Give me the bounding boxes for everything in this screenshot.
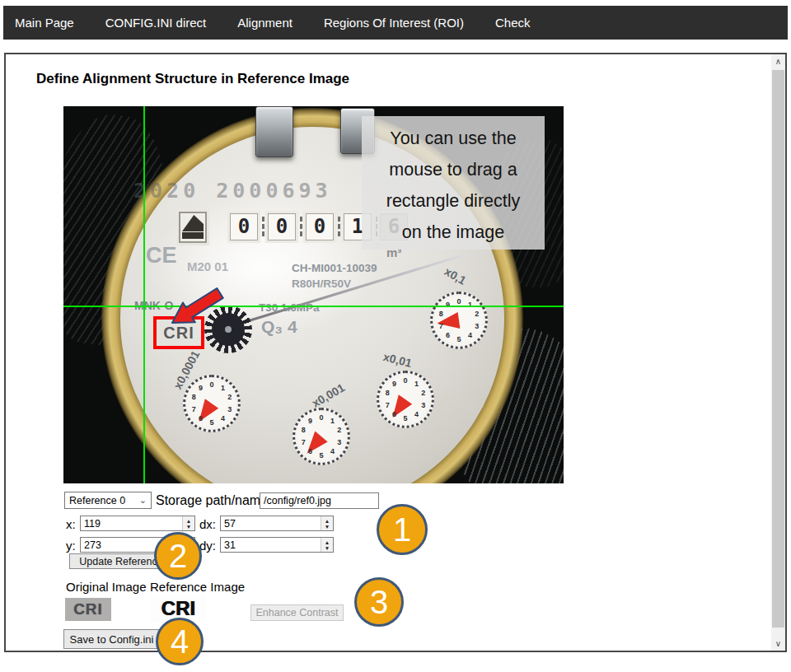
dial-digit: 2 (337, 426, 341, 434)
dx-input[interactable]: ▲ ▼ (220, 516, 334, 531)
nav-item-main-page[interactable]: Main Page (15, 16, 74, 30)
original-image-label: Original Image (66, 580, 147, 594)
dial-digit: 0 (404, 376, 408, 385)
odometer-separator (262, 217, 264, 236)
scroll-thumb[interactable] (772, 70, 784, 628)
crosshair-vertical-line (143, 106, 145, 483)
dial-x0-01: 0123456789 (377, 371, 434, 428)
odometer-digit: 0 (230, 213, 258, 240)
callout-2: 2 (154, 532, 202, 580)
page-title: Define Alignment Structure in Reference … (36, 71, 349, 87)
spinner-down-icon[interactable]: ▼ (186, 524, 191, 530)
dial-digit: 0 (457, 297, 461, 306)
spinner-up-icon[interactable]: ▲ (186, 518, 191, 524)
dial-digit: 5 (404, 414, 408, 422)
dial-digit: 7 (192, 405, 196, 413)
spinner-up-icon[interactable]: ▲ (325, 539, 330, 545)
dy-input[interactable]: ▲ ▼ (220, 537, 334, 553)
nav-item-check[interactable]: Check (495, 16, 531, 30)
dial-digit: 3 (421, 401, 425, 409)
reference-image[interactable]: 2020 2000693 0 0 0 1 6 m³ CE M20 01 CH-M… (63, 106, 564, 483)
callout-4: 4 (156, 618, 204, 665)
y-label: y: (66, 539, 76, 553)
page: Main Page CONFIG.INI direct Alignment Re… (0, 0, 791, 672)
dial-digit: 8 (192, 393, 196, 401)
dial-digit: 9 (199, 384, 203, 392)
dial-digit: 7 (302, 438, 306, 446)
chevron-down-icon: ⌄ (139, 495, 147, 506)
x-label: x: (66, 517, 76, 531)
dial-digit: 2 (475, 310, 479, 318)
dial-digit: 0 (210, 380, 214, 389)
dial-digit: 4 (221, 414, 225, 422)
save-config-button[interactable]: Save to Config.ini (63, 629, 160, 649)
dy-spinner[interactable]: ▲ ▼ (321, 538, 333, 552)
dial-digit: 6 (446, 331, 450, 339)
dy-label: dy: (199, 539, 216, 553)
enhance-contrast-button[interactable]: Enhance Contrast (250, 604, 344, 621)
drag-hint-note: You can use the mouse to drag a rectangl… (362, 116, 545, 250)
storage-path-input[interactable] (260, 492, 379, 509)
spinner-down-icon[interactable]: ▼ (325, 524, 330, 530)
dial-digit: 6 (392, 410, 396, 418)
dial-digit: 7 (386, 401, 390, 409)
odometer-digit: 0 (306, 213, 334, 240)
x-spinner[interactable]: ▲ ▼ (182, 516, 194, 530)
dy-input-field[interactable] (221, 538, 320, 552)
manufacturer-logo-icon (179, 212, 207, 243)
dial-digit: 2 (227, 393, 232, 401)
x-input[interactable]: ▲ ▼ (80, 516, 195, 531)
dx-spinner[interactable]: ▲ ▼ (321, 516, 333, 530)
dial-digit: 6 (308, 447, 312, 455)
dial-digit: 5 (457, 335, 461, 343)
dial-digit: 3 (337, 438, 341, 446)
dial-digit: 3 (475, 322, 479, 330)
scrollbar[interactable]: ∧ ∨ (771, 54, 785, 651)
dial-digit: 8 (302, 426, 306, 434)
x-input-field[interactable] (81, 516, 181, 530)
reference-select[interactable]: Reference 0 ⌄ (64, 492, 152, 509)
dial-digit: 1 (330, 417, 335, 425)
nav-item-roi[interactable]: Regions Of Interest (ROI) (324, 16, 464, 30)
dial-digit: 4 (330, 447, 335, 455)
pointer-arrow-icon (161, 283, 230, 333)
odometer-separator (300, 217, 302, 236)
flow-text: Q₃ 4 (261, 317, 297, 337)
scroll-down-button[interactable]: ∨ (771, 637, 785, 651)
dial-digit: 8 (386, 389, 390, 397)
ce-mark: CE (146, 243, 177, 268)
dial-digit: 1 (221, 384, 225, 392)
dial-digit: 2 (421, 389, 425, 397)
dial-digit: 4 (468, 331, 472, 339)
ratio-text: R80H/R50V (292, 278, 351, 290)
dial-digit: 5 (210, 418, 214, 427)
scroll-up-button[interactable]: ∧ (771, 54, 785, 68)
dial-digit: 3 (227, 405, 232, 413)
dial-digit: 1 (414, 380, 419, 388)
dial-digit: 1 (468, 301, 472, 309)
spinner-up-icon[interactable]: ▲ (325, 518, 330, 524)
dx-label: dx: (199, 517, 216, 531)
navbar: Main Page CONFIG.INI direct Alignment Re… (3, 6, 788, 40)
spinner-down-icon[interactable]: ▼ (325, 545, 330, 551)
reference-select-value: Reference 0 (69, 495, 125, 506)
meter-serial-number: 2020 2000693 (133, 179, 332, 203)
callout-3: 3 (354, 577, 404, 627)
dx-input-field[interactable] (221, 516, 320, 530)
nav-item-config-ini[interactable]: CONFIG.INI direct (105, 16, 207, 30)
storage-path-label: Storage path/name: (156, 493, 272, 508)
dial-digit: 7 (439, 322, 443, 330)
dial-digit: 9 (392, 380, 396, 388)
odometer-digit: 0 (268, 213, 296, 240)
nav-item-alignment[interactable]: Alignment (237, 16, 293, 30)
dial-x0-0001: 0123456789 (183, 375, 241, 432)
content-frame: Define Alignment Structure in Reference … (4, 53, 787, 652)
odometer-separator (338, 217, 340, 236)
dial-digit: 9 (308, 417, 312, 425)
dial-digit: 8 (439, 310, 443, 318)
original-image-thumb: CRI (65, 598, 111, 621)
model-text: CH-MI001-10039 (292, 262, 377, 274)
dial-digit: 6 (199, 414, 203, 422)
meter-clip (255, 106, 293, 157)
callout-1: 1 (377, 504, 428, 555)
